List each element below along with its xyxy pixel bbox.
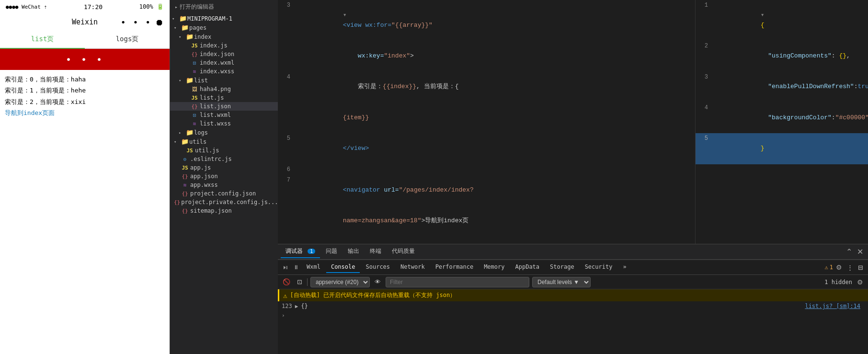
tree-item-list[interactable]: ▾ 📁 list <box>170 76 278 85</box>
tree-item-app-wxss[interactable]: ≋ app.wxss <box>170 181 278 189</box>
tree-item-utils[interactable]: ▾ 📁 utils <box>170 137 278 146</box>
subtab-appdata[interactable]: AppData <box>510 262 544 273</box>
phone-title: Weixin <box>72 18 98 26</box>
list-wxss-name: list.wxss <box>199 120 231 127</box>
devtab-debugger[interactable]: 调试器 1 <box>281 245 320 258</box>
content-line-2: 索引是：1，当前项是：hehe <box>5 85 165 96</box>
subtab-storage[interactable]: Storage <box>545 262 579 273</box>
app-js-icon: JS <box>181 165 189 171</box>
tree-item-index-wxss[interactable]: ≋ index.wxss <box>170 67 278 76</box>
tree-item-list-json[interactable]: {} list.json <box>170 102 278 111</box>
tree-item-list-js[interactable]: JS list.js <box>170 93 278 102</box>
rline-content-2: "usingComponents": {}, <box>713 41 868 71</box>
subtab-security[interactable]: Security <box>580 262 617 273</box>
record-icon[interactable]: ⏺ <box>155 17 164 27</box>
subtab-memory[interactable]: Memory <box>479 262 509 273</box>
tree-item-util-js[interactable]: JS util.js <box>170 146 278 155</box>
level-select[interactable]: Default levels ▼ <box>532 277 591 287</box>
devtools-settings-btn[interactable]: ⚙ <box>834 263 844 272</box>
console-gear-btn[interactable]: ⚙ <box>855 277 865 287</box>
tree-item-project-private[interactable]: {} project.private.config.js... <box>170 198 278 206</box>
pause-exceptions-btn[interactable]: ⏸ <box>291 263 301 272</box>
eye-btn[interactable]: 👁 <box>373 277 383 286</box>
rcode-line-3: 3 "enablePullDownRefresh":true, <box>696 72 868 103</box>
tree-item-index-json[interactable]: {} index.json <box>170 50 278 58</box>
subtab-security-label: Security <box>585 263 613 270</box>
tree-item-eslintrc[interactable]: ⊙ .eslintrc.js <box>170 155 278 163</box>
code-line-5: 5 </view> <box>278 133 695 164</box>
source-link[interactable]: list.js? [sm]:14 <box>805 303 864 309</box>
subtab-sources[interactable]: Sources <box>361 262 395 273</box>
devtab-quality-label: 代码质量 <box>392 248 415 254</box>
subtab-wxml[interactable]: Wxml <box>302 262 325 273</box>
tree-item-app-js[interactable]: JS app.js <box>170 163 278 172</box>
project-private-icon: {} <box>174 199 180 206</box>
code-panel-right: 1 ▾ { 2 "usingComponents": {}, 3 <box>696 0 868 244</box>
index-folder-icon: 📁 <box>185 33 194 40</box>
devtab-output-label: 输出 <box>348 248 359 254</box>
tree-item-project-config[interactable]: {} project.config.json <box>170 189 278 198</box>
code-line-4b: {item}} <box>278 103 695 133</box>
line-content-3: ▾ <view wx:for="{{array}}" <box>295 0 695 40</box>
index-folder-name: index <box>194 34 211 40</box>
tree-item-sitemap[interactable]: {} sitemap.json <box>170 206 278 215</box>
tree-item-haha4[interactable]: 🖼 haha4.png <box>170 85 278 93</box>
devtools-panel: 调试器 1 问题 输出 终端 代码质量 ⌃ ✕ ⏯ ⏸ Wxml <box>278 244 868 354</box>
index-expand: ▾ <box>179 34 185 39</box>
tab-logs[interactable]: logs页 <box>85 31 170 48</box>
pause-btn[interactable]: ⏯ <box>281 263 290 272</box>
rline-num-3: 3 <box>696 72 713 82</box>
line-content-4b: {item}} <box>295 103 695 133</box>
devtools-minimize-btn[interactable]: ⌃ <box>844 246 854 257</box>
tree-item-pages[interactable]: ▾ 📁 pages <box>170 23 278 32</box>
index-json-name: index.json <box>199 51 234 57</box>
tree-item-index-wxml[interactable]: ⊡ index.wxml <box>170 58 278 67</box>
tree-item-index-js[interactable]: JS index.js <box>170 41 278 50</box>
expand-arrow-icon[interactable]: ▶ <box>295 303 298 309</box>
console-output-row: 123 ▶ {} list.js? [sm]:14 <box>278 301 868 311</box>
subtab-storage-label: Storage <box>550 263 574 270</box>
line-num-blank1 <box>278 41 295 42</box>
devtab-quality[interactable]: 代码质量 <box>387 245 420 258</box>
subtab-wxml-label: Wxml <box>307 263 320 270</box>
filter-input[interactable] <box>386 277 529 287</box>
sitemap-name: sitemap.json <box>189 207 232 214</box>
util-js-icon: JS <box>185 148 194 154</box>
subtab-console-label: Console <box>331 263 355 270</box>
tree-item-index[interactable]: ▾ 📁 index <box>170 32 278 41</box>
rline-num-5: 5 <box>696 134 713 143</box>
clear-console-btn[interactable]: 🚫 <box>281 277 292 286</box>
project-private-name: project.private.config.js... <box>180 199 278 206</box>
app-wxss-icon: ≋ <box>181 182 189 188</box>
tree-item-list-wxss[interactable]: ≋ list.wxss <box>170 119 278 128</box>
devtools-more-btn[interactable]: ⋮ <box>845 263 855 272</box>
tree-root[interactable]: ▾ 📁 MINIPROGRAM-1 <box>170 14 278 23</box>
subtab-more[interactable]: » <box>618 262 631 273</box>
tree-item-app-json[interactable]: {} app.json <box>170 172 278 181</box>
subtab-sources-label: Sources <box>365 263 390 270</box>
list-json-name: list.json <box>199 103 231 110</box>
devtab-issues[interactable]: 问题 <box>321 245 342 258</box>
context-select[interactable]: appservice (#20) <box>310 277 370 287</box>
subtab-network-label: Network <box>400 263 425 270</box>
devtab-output[interactable]: 输出 <box>343 245 364 258</box>
rline-content-1: ▾ { <box>713 0 868 40</box>
devtools-close-btn[interactable]: ✕ <box>855 246 865 257</box>
devtools-dock-btn[interactable]: ⊟ <box>856 263 865 272</box>
more-icon[interactable]: • • • <box>121 17 151 27</box>
console-content: ⚠ [自动热载] 已开启代码文件保存后自动热重载（不支持 json） 123 ▶… <box>278 289 868 354</box>
console-settings-btn[interactable]: ⊡ <box>295 277 304 286</box>
index-json-icon: {} <box>190 51 199 57</box>
tab-list[interactable]: list页 <box>0 31 85 48</box>
editor-split: 3 ▾ <view wx:for="{{array}}" wx:key="ind… <box>278 0 868 244</box>
status-right: 100% 🔋 <box>139 3 164 10</box>
devtab-terminal[interactable]: 终端 <box>365 245 386 258</box>
tab-list-label: list页 <box>31 35 54 44</box>
tree-item-logs[interactable]: ▸ 📁 logs <box>170 128 278 137</box>
line-content-7c: 面</navigator> <box>295 237 695 244</box>
tree-item-list-wxml[interactable]: ⊡ list.wxml <box>170 111 278 119</box>
subtab-console[interactable]: Console <box>326 262 360 273</box>
subtab-network[interactable]: Network <box>396 262 430 273</box>
haha4-name: haha4.png <box>199 86 231 92</box>
subtab-performance[interactable]: Performance <box>431 262 478 273</box>
